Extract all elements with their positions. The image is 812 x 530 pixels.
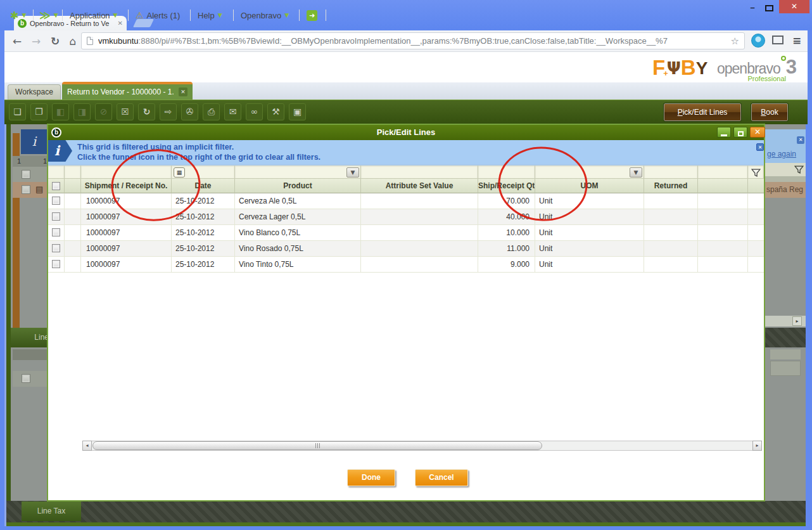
background-line-tab[interactable]: Line	[11, 328, 52, 347]
header-shipment[interactable]: Shipment / Receipt No.	[81, 179, 172, 193]
row-checkbox[interactable]	[52, 212, 60, 221]
filter-returned-input[interactable]	[644, 165, 698, 179]
attachment-button[interactable]: ✇	[181, 103, 198, 120]
openbravo-logo: openbravo3 Professional	[717, 56, 802, 82]
cell	[65, 209, 81, 225]
print-button[interactable]: ⎙	[203, 103, 220, 120]
calendar-icon[interactable]: ▦	[174, 167, 185, 178]
done-button[interactable]: Done	[347, 469, 395, 486]
row-checkbox[interactable]	[52, 244, 60, 252]
save-button[interactable]: ◧	[52, 103, 69, 120]
scroll-right-arrow[interactable]: ▸	[752, 441, 762, 451]
refresh-button[interactable]: ↻	[138, 103, 155, 120]
window-maximize-button[interactable]	[763, 3, 775, 14]
cell-uom: Unit	[535, 209, 644, 225]
see-message-again-link[interactable]: ge again	[767, 150, 796, 158]
filter-attribute-input[interactable]	[361, 165, 478, 179]
table-row[interactable]: 10000097 25-10-2012 Cerveza Lager 0,5L 4…	[48, 209, 764, 225]
checkbox[interactable]	[22, 374, 30, 383]
delete-button[interactable]: ☒	[117, 103, 134, 120]
row-checkbox[interactable]	[52, 197, 60, 205]
table-row[interactable]: 10000097 25-10-2012 Vino Rosado 0,75L 11…	[48, 241, 764, 257]
menu-help[interactable]: Help ▼	[198, 6, 222, 24]
dialog-minimize-button[interactable]	[717, 127, 731, 138]
dialog-close-button[interactable]: ✕	[750, 127, 765, 138]
chevron-down-icon[interactable]: ▼	[630, 167, 642, 178]
scrollbar-thumb[interactable]	[92, 441, 542, 450]
select-all-checkbox[interactable]	[52, 182, 60, 190]
book-button[interactable]: Book	[751, 103, 788, 121]
pick-edit-lines-button[interactable]: Pick/Edit Lines	[664, 103, 741, 121]
openbravo-dialog-icon: b	[51, 127, 61, 138]
quick-launch-menu[interactable]: ✱ ▼	[10, 6, 26, 24]
undo-button[interactable]: ⊘	[95, 103, 112, 120]
back-button[interactable]: ←	[9, 33, 25, 49]
browser-menu-icon[interactable]: ≡	[790, 33, 804, 48]
table-row[interactable]: 10000097 25-10-2012 Vino Blanco 0,75L 10…	[48, 225, 764, 241]
table-row[interactable]: 10000097 25-10-2012 Vino Tinto 0,75L 9.0…	[48, 257, 764, 273]
tab-close-icon[interactable]: ✕	[118, 20, 123, 27]
home-button[interactable]: ⌂	[65, 33, 81, 49]
checkbox[interactable]	[22, 185, 30, 194]
line-tax-tab[interactable]: Line Tax	[22, 501, 81, 521]
filter-qty-input[interactable]	[478, 165, 535, 179]
info-message-line2: Click the funnel icon in the top right o…	[77, 153, 320, 162]
background-subgrid-cell	[770, 349, 801, 359]
menu-alerts[interactable]: ⚠ Alerts (1)	[136, 6, 180, 24]
link-button[interactable]: ∞	[246, 103, 263, 120]
menu-user-openbravo[interactable]: Openbravo ▼	[241, 6, 289, 24]
forward-button[interactable]: →	[28, 33, 44, 49]
filter-uom-input[interactable]: ▼	[535, 165, 644, 179]
menu-application[interactable]: Application ▼	[70, 6, 118, 24]
reload-button[interactable]: ↻	[47, 33, 63, 49]
browser-extension-icon[interactable]	[751, 34, 765, 48]
row-checkbox[interactable]	[52, 228, 60, 236]
header-uom[interactable]: UOM	[535, 179, 644, 193]
new-record-button[interactable]: ❏	[9, 103, 26, 120]
filter-shipment-input[interactable]	[81, 165, 172, 179]
row-select-cell	[48, 257, 65, 273]
fb-company-logo: F + Ψ B Y	[652, 55, 707, 79]
clear-filters-funnel-icon[interactable]	[751, 168, 761, 178]
header-qty[interactable]: Ship/Receipt Qty	[478, 179, 535, 193]
address-bar[interactable]: vmkubuntu:8880/pi/#%7Bst:1,bm:%5B%7Bview…	[81, 32, 745, 49]
grid-form-toggle-button[interactable]: ❐	[30, 103, 48, 120]
window-minimize-button[interactable]: –	[746, 3, 759, 14]
close-message-icon[interactable]: ✕	[797, 136, 804, 144]
save-close-button[interactable]: ◨	[73, 103, 91, 120]
menu-divider	[62, 10, 63, 21]
dialog-maximize-button[interactable]	[733, 127, 747, 138]
scroll-right-arrow[interactable]: ▸	[792, 316, 802, 326]
row-checkbox[interactable]	[52, 260, 60, 268]
filter-product-input[interactable]: ▼	[235, 165, 361, 179]
panel-view-button[interactable]: ▣	[289, 103, 306, 120]
export-button[interactable]: ⇨	[160, 103, 177, 120]
tab-workspace[interactable]: Workspace	[8, 84, 61, 100]
recent-views-menu[interactable]: ≫ ▼	[39, 6, 58, 24]
tab-return-to-vendor[interactable]: Return to Vendor - 1000000 - 1... ✕	[62, 82, 193, 100]
window-select-icon[interactable]	[772, 36, 783, 44]
tab-close-icon[interactable]: ✕	[179, 87, 187, 96]
window-close-button[interactable]: ✕	[779, 0, 809, 13]
header-product[interactable]: Product	[235, 179, 361, 193]
page-icon	[87, 37, 93, 45]
tools-button[interactable]: ⚒	[267, 103, 284, 120]
background-tab-bar	[765, 328, 806, 347]
header-attribute[interactable]: Attribute Set Value	[361, 179, 478, 193]
email-button[interactable]: ✉	[224, 103, 241, 120]
filter-date-input[interactable]: ▦	[172, 165, 235, 179]
table-row[interactable]: 10000097 25-10-2012 Cerveza Ale 0,5L 70.…	[48, 193, 764, 209]
background-subgrid-row	[13, 371, 48, 387]
bookmark-star-icon[interactable]: ☆	[731, 36, 739, 47]
cell-product: Vino Blanco 0,75L	[235, 225, 361, 241]
cancel-button[interactable]: Cancel	[415, 469, 468, 486]
chevron-down-icon[interactable]: ▼	[346, 167, 359, 178]
logout-button[interactable]: ➜	[307, 6, 317, 24]
info-close-icon[interactable]: ✕	[756, 143, 764, 151]
scroll-left-arrow[interactable]: ◂	[82, 441, 92, 451]
header-returned[interactable]: Returned	[644, 179, 698, 193]
cell	[698, 209, 748, 225]
header-date[interactable]: Date	[172, 179, 235, 193]
checkbox[interactable]	[22, 170, 30, 179]
funnel-icon[interactable]	[794, 165, 804, 174]
